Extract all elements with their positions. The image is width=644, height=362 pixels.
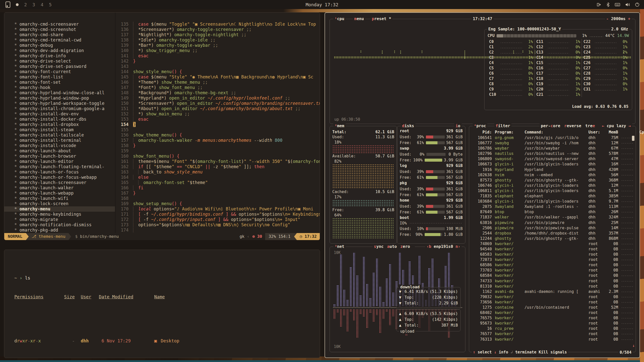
process-row[interactable]: 2506 pipewire /usr/bin/pipewire-pulse dh… bbox=[471, 225, 633, 231]
file-tree-item[interactable]: * omarchy-pkg-add bbox=[4, 228, 115, 233]
bluetooth-icon[interactable] bbox=[606, 2, 610, 7]
workspace-number[interactable]: 3 bbox=[32, 2, 35, 7]
process-row[interactable]: 12244 ghostty /usr/bin/ghostty --gtk- dh… bbox=[471, 236, 633, 241]
file-tree-item[interactable]: * omarchy-debug bbox=[4, 43, 115, 48]
net-control[interactable]: zero bbox=[400, 244, 410, 249]
process-row[interactable]: 1275 containe /usr/bin/containerd root 5… bbox=[471, 305, 633, 310]
file-tree-item[interactable]: * omarchy-hyprland-workspace-toggle bbox=[4, 101, 115, 106]
process-row[interactable]: 72073 kworker/ root 0B 0.0 bbox=[471, 257, 633, 262]
file-tree-item[interactable]: * omarchy-install-vscode bbox=[4, 143, 115, 148]
process-row[interactable]: 1916 Hyprland Hyprland dhh 420M 0.0 bbox=[471, 167, 633, 172]
footer-action[interactable]: Kill bbox=[539, 350, 548, 354]
refresh-interval[interactable]: - 2000ms + bbox=[605, 16, 632, 21]
file-tree-item[interactable]: * omarchy-launch-wifi bbox=[4, 196, 115, 201]
workspace-dot-icon[interactable] bbox=[16, 3, 19, 6]
sort-selector[interactable]: ← cpu lazy → bbox=[600, 123, 632, 128]
file-tree-item[interactable]: * omarchy-launch-browser bbox=[4, 154, 115, 159]
process-row[interactable]: 106786 waybar /usr/bin/waybar dhh 67M 0.… bbox=[471, 146, 633, 151]
process-row[interactable]: 73656 kworker/ root 0B 0.0 bbox=[471, 300, 633, 305]
net-control[interactable]: auto bbox=[387, 244, 397, 249]
workspace-number[interactable]: 5 bbox=[49, 2, 52, 7]
process-row[interactable]: 95673 kworker/ root 0B 0.0 bbox=[471, 321, 633, 326]
file-tree-item[interactable]: * omarchy-font-set bbox=[4, 80, 115, 85]
filter-button[interactable]: filter bbox=[494, 123, 511, 128]
process-row[interactable]: 102638 nvim nvim --embed dhh 56M 0.0 bbox=[471, 172, 633, 178]
preset-button[interactable]: preset * bbox=[371, 16, 392, 21]
process-row[interactable]: 106541 org.gnom /usr/bin/gjs /usr/lib/o … bbox=[471, 135, 633, 141]
process-row[interactable]: 106673 glycin-i /usr/lib/glycin-loaders … bbox=[471, 162, 633, 167]
process-row[interactable]: 68583 kworker/ root 0B 0.0 bbox=[471, 252, 633, 257]
proc-option[interactable]: reverse bbox=[564, 123, 581, 128]
footer-action[interactable]: ↲ bbox=[508, 350, 515, 354]
file-tree-item[interactable]: * omarchy-hook bbox=[4, 85, 115, 90]
proc-box-title[interactable]: ⁴proc bbox=[473, 123, 487, 128]
file-tree-item[interactable]: * omarchy-install-chromium-google-a bbox=[4, 106, 115, 111]
process-row[interactable]: 87573 ghostty /usr/bin/ghostty --gtk- dh… bbox=[471, 178, 633, 183]
process-row[interactable]: 81310 kworker/ root 0B 0.0 bbox=[471, 284, 633, 289]
file-tree-item[interactable]: * omarchy-drive-select bbox=[4, 59, 115, 64]
file-tree-item[interactable]: * omarchy-drive-set-password bbox=[4, 64, 115, 69]
process-row[interactable]: 106746 glycin-i /usr/lib/glycin-loaders … bbox=[471, 183, 633, 188]
proc-scrollbar[interactable] bbox=[632, 136, 634, 141]
diagnostics-errors[interactable]: ⊗ 30 bbox=[249, 233, 265, 240]
process-row[interactable]: 106777 swaybg /usr/bin/swaybg -i /hom dh… bbox=[471, 141, 633, 146]
file-tree-item[interactable]: * omarchy-menu-keybindings bbox=[4, 212, 115, 217]
file-tree-item[interactable]: * omarchy-dev-add-migration bbox=[4, 48, 115, 53]
process-row[interactable]: 102796 nautilus /usr/bin/nautilus --new … bbox=[471, 151, 633, 156]
process-row[interactable]: 74733 kworker/ root 0B 0.0 bbox=[471, 279, 633, 284]
process-row[interactable]: 68586 kworker/ root 0B 0.0 bbox=[471, 262, 633, 268]
file-tree-item[interactable]: * omarchy-launch-screensaver bbox=[4, 180, 115, 185]
footer-action[interactable]: info bbox=[499, 350, 508, 354]
process-row[interactable]: 74869 kworker/ root 0B 0.0 bbox=[471, 241, 633, 247]
file-tree-item[interactable]: * omarchy-launch-walker bbox=[4, 185, 115, 191]
file-tree-item[interactable]: * omarchy-font-current bbox=[4, 69, 115, 74]
file-tree-item[interactable]: * omarchy-install-dropbox bbox=[4, 122, 115, 127]
process-row[interactable]: 76313 kworker/ root 0B 0.0 bbox=[471, 337, 633, 342]
workspace-number[interactable]: 2 bbox=[24, 2, 27, 7]
file-tree-item[interactable]: * omarchy-migrate bbox=[4, 217, 115, 222]
process-row[interactable]: 106809 swayosd- /usr/bin/swayosd-server … bbox=[471, 156, 633, 162]
footer-action[interactable]: select bbox=[478, 350, 492, 354]
process-row[interactable]: 2544 dropbox /home/dhh/.dropbox-dist dhh… bbox=[471, 231, 633, 236]
file-tree-item[interactable]: * omarchy-install-steam bbox=[4, 127, 115, 132]
file-tree-item[interactable]: * omarchy-install-terminal bbox=[4, 138, 115, 143]
proc-option[interactable]: tree bbox=[585, 123, 595, 128]
file-tree-item[interactable]: * omarchy-cmd-terminal-cwd bbox=[4, 37, 115, 43]
process-row[interactable]: 63816 pipewire /usr/bin/pipewire dhh 25M… bbox=[471, 220, 633, 225]
file-tree-item[interactable]: * omarchy-install-dev-env bbox=[4, 111, 115, 117]
code-editor[interactable]: 135▏ case $(menu "Toggle" "▣ Screensaver… bbox=[115, 13, 320, 233]
footer-action[interactable]: ↓ bbox=[492, 350, 499, 354]
power-icon[interactable] bbox=[635, 2, 639, 7]
process-row[interactable]: 16 rcu_pree root 0B 0.0 bbox=[471, 326, 633, 331]
net-control[interactable]: sync bbox=[374, 244, 384, 249]
footer-action[interactable] bbox=[536, 350, 539, 354]
file-tree-item[interactable]: * omarchy-hyprland-window-pop bbox=[4, 96, 115, 101]
process-row[interactable]: 76577 kworker/ root 0B 0.0 bbox=[471, 331, 633, 337]
git-branch[interactable]: ⎇ themes-menu bbox=[29, 233, 68, 240]
mem-box-title[interactable]: ²mem bbox=[333, 123, 346, 128]
menu-button[interactable]: menu bbox=[353, 16, 365, 21]
process-row[interactable]: 1162 avahi-da avahi-daemon: running [ av… bbox=[471, 289, 633, 294]
process-row[interactable]: 2075 Xwayland Xwayland :1 -rootless - dh… bbox=[471, 204, 633, 209]
volume-icon[interactable] bbox=[625, 3, 630, 7]
file-tree-item[interactable]: * omarchy-notification-dismiss bbox=[4, 222, 115, 228]
cpu-box-title[interactable]: ¹cpu bbox=[333, 16, 346, 21]
net-box-title[interactable]: ³net bbox=[333, 244, 346, 249]
disks-box-title[interactable]: disks bbox=[401, 123, 415, 128]
proc-option[interactable]: per-core bbox=[541, 123, 560, 128]
file-tree-item[interactable]: * omarchy-launch-about bbox=[4, 148, 115, 154]
footer-action[interactable]: signals bbox=[550, 350, 567, 354]
terminal-window[interactable]: ~ › ls Permissions Size User Date Modifi… bbox=[4, 250, 320, 358]
footer-action[interactable] bbox=[548, 350, 550, 354]
process-row[interactable]: 94540 kworker/ root 0B 0.0 bbox=[471, 247, 633, 252]
process-row[interactable]: 87649 btop btop dhh 26M 0.0 bbox=[471, 209, 633, 215]
footer-action[interactable]: ↑ bbox=[473, 350, 478, 354]
process-row[interactable]: 68402 kworker/ root 0B 0.0 bbox=[471, 310, 633, 315]
file-tree-item[interactable]: * omarchy-launch-floating-terminal- bbox=[4, 164, 115, 169]
file-tree-item[interactable]: * omarchy-font-list bbox=[4, 74, 115, 80]
file-tree-item[interactable]: * omarchy-menu bbox=[4, 206, 115, 212]
file-tree-item[interactable]: * omarchy-launch-or-focus bbox=[4, 169, 115, 175]
workspace-number[interactable]: 4 bbox=[41, 2, 44, 7]
process-row[interactable]: 71837 walker /usr/bin/walker --gappl dhh… bbox=[471, 215, 633, 220]
file-tree-item[interactable]: * omarchy-cmd-screensaver bbox=[4, 22, 115, 27]
